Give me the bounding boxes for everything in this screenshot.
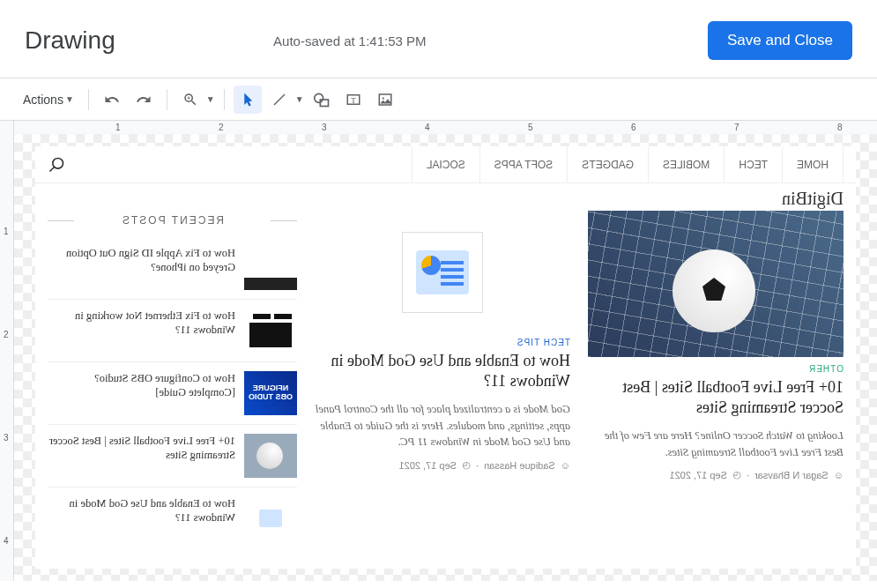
nav-item: GADGETS xyxy=(567,146,648,183)
article-meta: ☺ Sagar N Bhavsar · ◷ Sep 17, 2021 xyxy=(588,469,844,480)
thumbnail xyxy=(244,434,297,478)
ruler-mark: 5 xyxy=(528,123,533,132)
ruler-mark: 2 xyxy=(219,123,224,132)
list-item: How to Fix Apple ID Sign Out Option Grey… xyxy=(48,237,297,300)
category-tag: TECH TIPS xyxy=(315,338,570,347)
line-tool-button[interactable] xyxy=(265,86,294,114)
inserted-image[interactable]: HOME TECH MOBILES GADGETS SOFT APPS SOCI… xyxy=(35,146,856,569)
ruler-mark: 4 xyxy=(4,536,9,546)
main-article: OTHER 10+ Free Live Football Sites | Bes… xyxy=(588,211,844,549)
thumbnail xyxy=(244,246,297,290)
ruler-mark: 4 xyxy=(425,123,430,132)
chevron-down-icon: ▼ xyxy=(65,94,74,104)
svg-line-7 xyxy=(50,167,55,171)
article-desc: Looking to Watch Soccer Online? Here are… xyxy=(588,428,844,461)
user-icon: ☺ xyxy=(834,470,844,480)
list-item: 10+ Free Live Football Sites | Best Socc… xyxy=(48,425,297,488)
canvas-row: 1 2 3 4 HOME TECH MOBILES GADGETS SOFT A… xyxy=(0,134,877,581)
nav-item: SOFT APPS xyxy=(479,146,567,183)
article-meta: ☺ Sadique Hassan · ◷ Sep 17, 2021 xyxy=(315,459,570,471)
redo-button[interactable] xyxy=(130,86,158,114)
ruler-mark: 6 xyxy=(631,123,636,132)
article-image xyxy=(402,232,483,313)
undo-button[interactable] xyxy=(98,86,126,114)
vertical-ruler[interactable]: 1 2 3 4 xyxy=(0,134,14,581)
ruler-mark: 1 xyxy=(4,227,9,236)
separator xyxy=(224,89,225,110)
separator xyxy=(88,89,89,110)
author: Sagar N Bhavsar xyxy=(754,470,829,480)
sidebar-heading: RECENT POSTS xyxy=(48,211,297,230)
ruler-mark: 2 xyxy=(4,330,9,339)
actions-label: Actions xyxy=(23,93,63,107)
site-nav: HOME TECH MOBILES GADGETS SOFT APPS SOCI… xyxy=(35,146,856,183)
toolbar: Actions ▼ ▼ ▼ T xyxy=(0,78,877,120)
textbox-tool-button[interactable]: T xyxy=(339,86,368,114)
item-title: How to Configure OBS Studio? [Complete G… xyxy=(48,371,235,415)
ruler-mark: 3 xyxy=(322,123,327,132)
thumbnail xyxy=(244,309,297,353)
ruler-corner xyxy=(0,121,14,135)
svg-point-6 xyxy=(53,158,63,168)
author: Sadique Hassan xyxy=(484,460,555,471)
autosave-status: Auto-saved at 1:41:53 PM xyxy=(0,33,708,48)
actions-menu-button[interactable]: Actions ▼ xyxy=(18,89,79,110)
nav-item: MOBILES xyxy=(648,146,724,183)
ruler-mark: 1 xyxy=(115,123,121,132)
dialog-header: Drawing Auto-saved at 1:41:53 PM Save an… xyxy=(0,0,877,78)
item-title: 10+ Free Live Football Sites | Best Socc… xyxy=(48,434,235,478)
search-icon xyxy=(48,156,65,174)
clock-icon: ◷ xyxy=(462,459,471,471)
clock-icon: ◷ xyxy=(732,469,741,480)
zoom-button[interactable] xyxy=(176,86,204,114)
horizontal-ruler-row: 1 2 3 4 5 6 7 8 xyxy=(0,120,877,134)
horizontal-ruler[interactable]: 1 2 3 4 5 6 7 8 xyxy=(14,121,877,135)
article-title: How to Enable and Use God Mode in Window… xyxy=(315,351,570,392)
svg-point-0 xyxy=(314,93,323,102)
nav-item: HOME xyxy=(782,146,844,183)
nav-items: HOME TECH MOBILES GADGETS SOFT APPS SOCI… xyxy=(412,146,844,183)
article-desc: God Mode is a centralized place for all … xyxy=(315,401,570,450)
separator xyxy=(167,89,167,110)
site-brand: DigitBin xyxy=(35,183,856,211)
nav-item: SOCIAL xyxy=(412,146,479,183)
date: Sep 17, 2021 xyxy=(399,460,457,471)
secondary-article: TECH TIPS How to Enable and Use God Mode… xyxy=(315,211,570,549)
drawing-canvas[interactable]: HOME TECH MOBILES GADGETS SOFT APPS SOCI… xyxy=(14,134,877,581)
list-item: How to Fix Ethernet Not working in Windo… xyxy=(48,300,297,362)
content-columns: OTHER 10+ Free Live Football Sites | Bes… xyxy=(35,211,856,558)
select-tool-button[interactable] xyxy=(234,86,262,114)
category-tag: OTHER xyxy=(588,364,844,374)
image-tool-button[interactable] xyxy=(371,86,399,114)
shape-tool-button[interactable] xyxy=(308,86,336,114)
item-title: How to Enable and Use God Mode in Window… xyxy=(48,496,235,540)
article-title: 10+ Free Live Football Sites | Best Socc… xyxy=(588,377,844,419)
item-title: How to Fix Apple ID Sign Out Option Grey… xyxy=(48,246,235,290)
list-item: How to Enable and Use God Mode in Window… xyxy=(48,488,297,549)
ruler-mark: 8 xyxy=(837,123,843,132)
thumbnail xyxy=(244,496,297,540)
ruler-mark: 3 xyxy=(4,433,9,443)
svg-rect-1 xyxy=(320,100,328,107)
item-title: How to Fix Ethernet Not working in Windo… xyxy=(48,309,235,353)
svg-point-5 xyxy=(382,97,383,99)
svg-text:T: T xyxy=(351,95,356,104)
user-icon: ☺ xyxy=(561,460,570,471)
chevron-down-icon[interactable]: ▼ xyxy=(295,94,304,104)
date: Sep 17, 2021 xyxy=(669,470,726,480)
list-item: NFIGURE OBS TUDIO How to Configure OBS S… xyxy=(48,362,297,425)
nav-item: TECH xyxy=(724,146,782,183)
sidebar: RECENT POSTS How to Fix Apple ID Sign Ou… xyxy=(48,211,297,549)
hero-image xyxy=(588,211,844,357)
ruler-mark: 7 xyxy=(734,123,740,132)
chevron-down-icon[interactable]: ▼ xyxy=(206,94,215,104)
thumbnail: NFIGURE OBS TUDIO xyxy=(244,371,297,415)
save-and-close-button[interactable]: Save and Close xyxy=(708,21,852,60)
